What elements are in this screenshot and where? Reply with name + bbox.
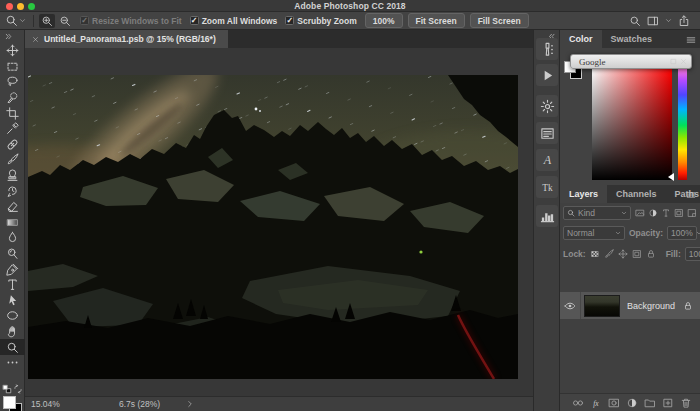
tool-gradient[interactable]: [0, 215, 25, 231]
tab-channels[interactable]: Channels: [607, 185, 666, 203]
tool-move[interactable]: [0, 43, 25, 59]
tool-type[interactable]: [0, 277, 25, 293]
tool-eraser[interactable]: [0, 199, 25, 215]
opacity-label: Opacity:: [629, 228, 663, 238]
filter-shape-layers-icon[interactable]: [674, 208, 684, 218]
checkbox-resize-windows-to-fit[interactable]: ✓Resize Windows to Fit: [80, 16, 182, 26]
zoom-out-button[interactable]: [57, 14, 73, 28]
panel-icon-character[interactable]: A: [536, 149, 558, 171]
lock-label: Lock:: [563, 249, 586, 259]
foreground-color-swatch[interactable]: [3, 396, 16, 409]
status-bar: 15.04% 6.7s (28%): [25, 396, 533, 411]
tool-ellipse[interactable]: [0, 308, 25, 324]
tool-path-select[interactable]: [0, 293, 25, 309]
chevron-down-icon: [19, 17, 26, 24]
status-zoom-field[interactable]: 15.04%: [31, 399, 83, 409]
color-picker-field[interactable]: [592, 68, 672, 180]
document-tab-bar: Untitled_Panorama1.psb @ 15% (RGB/16*): [25, 30, 533, 48]
button-100[interactable]: 100%: [365, 13, 403, 28]
search-icon: [567, 209, 575, 217]
fill-combo[interactable]: 100%: [685, 247, 700, 261]
tab-color[interactable]: Color: [560, 30, 602, 48]
document-tab-title: Untitled_Panorama1.psb @ 15% (RGB/16*): [44, 34, 216, 44]
tool-quick-select[interactable]: [0, 90, 25, 106]
panel-icon-typekit[interactable]: Tk: [536, 176, 558, 198]
tab-swatches[interactable]: Swatches: [602, 30, 662, 48]
new-layer-icon[interactable]: [662, 397, 674, 409]
tool-pen[interactable]: [0, 261, 25, 277]
chevron-down-icon: [615, 230, 621, 236]
edit-toolbar-ellipsis[interactable]: [0, 355, 25, 371]
default-colors-icon[interactable]: [2, 384, 12, 394]
tool-lasso[interactable]: [0, 74, 25, 90]
expand-toolbar-icon[interactable]: [4, 32, 13, 41]
status-menu-icon[interactable]: [186, 400, 194, 408]
tool-blur[interactable]: [0, 230, 25, 246]
tool-brush[interactable]: [0, 152, 25, 168]
svg-text:Tk: Tk: [542, 182, 553, 192]
filter-smart-objects-icon[interactable]: [687, 208, 697, 218]
share-icon[interactable]: [678, 15, 690, 27]
tool-eyedropper[interactable]: [0, 121, 25, 137]
chevron-down-icon: [621, 210, 627, 216]
blend-mode-combo[interactable]: Normal: [563, 226, 625, 240]
zoom-in-button[interactable]: [39, 14, 55, 28]
layers-bottom-bar: fx: [560, 393, 700, 411]
color-panel-menu-icon[interactable]: [686, 35, 696, 45]
panel-icon-adjustments[interactable]: [536, 95, 558, 117]
layer-mask-icon[interactable]: [608, 397, 620, 409]
adjustment-layer-icon[interactable]: [626, 397, 638, 409]
layer-filter-combo[interactable]: Kind: [563, 206, 631, 220]
titlebar[interactable]: Adobe Photoshop CC 2018: [0, 0, 700, 12]
layer-row[interactable]: Background: [560, 292, 700, 319]
tool-preset-picker[interactable]: [0, 14, 29, 27]
button-fitscreen[interactable]: Fit Screen: [408, 13, 465, 28]
filter-pixel-layers-icon[interactable]: [635, 208, 645, 218]
lock-all-icon[interactable]: [646, 249, 656, 259]
lock-transparent-icon[interactable]: [590, 249, 600, 259]
search-icon[interactable]: [629, 15, 641, 27]
tool-zoom[interactable]: [0, 339, 25, 355]
close-window-icon[interactable]: [680, 58, 687, 65]
layer-thumbnail[interactable]: [584, 295, 620, 317]
photoshop-window: Adobe Photoshop CC 2018 ✓Resize Windows …: [0, 0, 700, 411]
tool-marquee[interactable]: [0, 59, 25, 75]
link-layers-icon[interactable]: [572, 397, 584, 409]
delete-layer-icon[interactable]: [680, 397, 692, 409]
layer-visibility-eye-icon[interactable]: [560, 292, 581, 319]
checkbox-zoom-all-windows[interactable]: ✓Zoom All Windows: [190, 16, 278, 26]
tab-layers[interactable]: Layers: [560, 185, 607, 203]
document-tab[interactable]: Untitled_Panorama1.psb @ 15% (RGB/16*): [25, 30, 228, 48]
checkbox-scrubby-zoom[interactable]: ✓Scrubby Zoom: [285, 16, 357, 26]
separator: [33, 15, 34, 27]
close-tab-icon[interactable]: [32, 36, 39, 43]
layers-panel-menu-icon[interactable]: [686, 190, 696, 200]
restore-window-icon[interactable]: [670, 58, 677, 65]
opacity-combo[interactable]: 100%: [667, 226, 697, 240]
panel-icon-actions[interactable]: [536, 64, 558, 86]
google-floating-window[interactable]: Google: [570, 54, 692, 69]
tool-dodge[interactable]: [0, 246, 25, 262]
lock-artboard-icon[interactable]: [632, 249, 642, 259]
layer-styles-icon[interactable]: fx: [590, 397, 602, 409]
tool-crop[interactable]: [0, 105, 25, 121]
filter-type-layers-icon[interactable]: [661, 208, 671, 218]
swap-colors-icon[interactable]: [13, 384, 23, 394]
tool-history-brush[interactable]: [0, 183, 25, 199]
hue-slider[interactable]: [678, 68, 687, 180]
panel-icon-brush-settings[interactable]: [536, 38, 558, 60]
tool-hand[interactable]: [0, 324, 25, 340]
button-fillscreen[interactable]: Fill Screen: [470, 13, 529, 28]
zoom-tool-icon: [5, 14, 18, 27]
panel-icon-histogram[interactable]: [536, 205, 558, 227]
canvas-image[interactable]: [28, 75, 518, 379]
right-panels: ColorSwatches LayersChannelsPaths Kind: [560, 30, 700, 411]
workspace-switcher-icon[interactable]: [647, 15, 659, 27]
layer-group-icon[interactable]: [644, 397, 656, 409]
tool-clone-stamp[interactable]: [0, 168, 25, 184]
panel-icon-clone-source[interactable]: [536, 122, 558, 144]
lock-paint-icon[interactable]: [604, 249, 614, 259]
tool-healing[interactable]: [0, 137, 25, 153]
lock-position-icon[interactable]: [618, 249, 628, 259]
filter-adjustment-layers-icon[interactable]: [648, 208, 658, 218]
